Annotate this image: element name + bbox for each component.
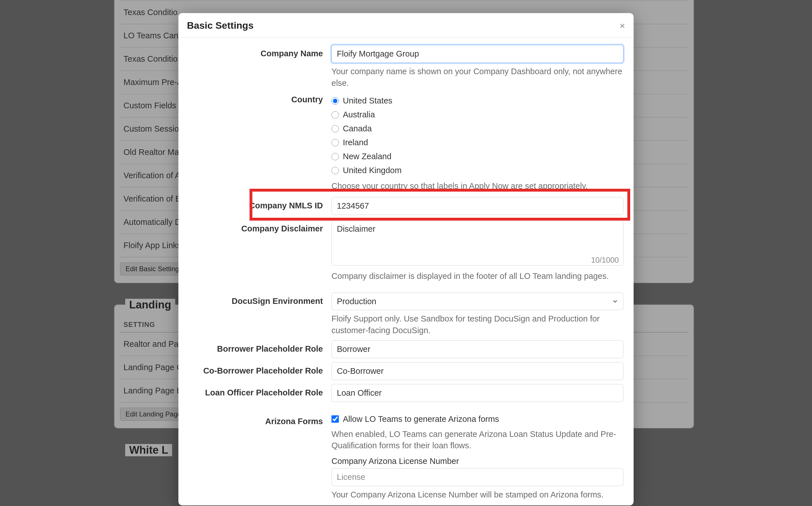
co-borrower-role-label: Co-Borrower Placeholder Role [183, 362, 331, 375]
country-radio-nz[interactable] [331, 153, 339, 160]
country-radio-label: New Zealand [343, 152, 391, 161]
docusign-env-row: DocuSign Environment Production Floify S… [183, 292, 629, 336]
nmls-id-input[interactable] [331, 197, 623, 215]
country-option-au[interactable]: Australia [331, 108, 623, 122]
disclaimer-textarea[interactable]: Disclaimer [331, 220, 623, 265]
country-row: Country United States Australia Canada [183, 91, 629, 192]
arizona-license-label: Company Arizona License Number [331, 456, 623, 466]
arizona-allow-checkbox[interactable] [331, 415, 339, 423]
borrower-role-label: Borrower Placeholder Role [183, 340, 331, 354]
country-radio-uk[interactable] [331, 167, 339, 174]
country-radio-au[interactable] [331, 111, 339, 118]
country-label: Country [183, 91, 331, 104]
loan-officer-role-label: Loan Officer Placeholder Role [183, 384, 331, 398]
country-radio-label: Ireland [343, 138, 368, 147]
docusign-env-label: DocuSign Environment [183, 292, 331, 306]
country-radio-us[interactable] [331, 97, 339, 105]
arizona-license-input[interactable] [331, 468, 623, 486]
company-name-input[interactable] [331, 45, 623, 63]
company-name-label: Company Name [183, 45, 331, 58]
company-name-row: Company Name Your company name is shown … [183, 45, 629, 89]
country-option-ca[interactable]: Canada [331, 122, 623, 136]
country-radio-label: Australia [343, 110, 375, 119]
modal-header: Basic Settings × [178, 13, 634, 37]
nmls-id-label: Company NMLS ID [183, 197, 331, 210]
arizona-help: When enabled, LO Teams can generate Ariz… [331, 428, 623, 451]
country-radio-ie[interactable] [331, 139, 339, 146]
country-option-us[interactable]: United States [331, 94, 623, 108]
arizona-license-help: Your Company Arizona License Number will… [331, 489, 623, 501]
basic-settings-modal: Basic Settings × Company Name Your compa… [178, 13, 634, 505]
country-radio-ca[interactable] [331, 125, 339, 133]
disclaimer-row: Company Disclaimer Disclaimer 10/1000 Co… [183, 220, 629, 282]
arizona-allow-checkbox-item[interactable]: Allow LO Teams to generate Arizona forms [331, 413, 623, 426]
country-option-ie[interactable]: Ireland [331, 136, 623, 150]
company-name-help: Your company name is shown on your Compa… [331, 66, 623, 89]
country-radio-label: Canada [343, 124, 372, 133]
country-radio-list: United States Australia Canada Ireland [331, 91, 623, 177]
country-radio-label: United States [343, 96, 392, 105]
docusign-env-help: Floify Support only. Use Sandbox for tes… [331, 313, 623, 336]
loan-officer-role-row: Loan Officer Placeholder Role [183, 384, 629, 402]
nmls-id-row: Company NMLS ID [183, 197, 629, 215]
disclaimer-char-counter: 10/1000 [591, 256, 619, 265]
country-option-nz[interactable]: New Zealand [331, 150, 623, 163]
disclaimer-label: Company Disclaimer [183, 220, 331, 233]
docusign-env-select[interactable]: Production [331, 292, 623, 310]
country-help: Choose your country so that labels in Ap… [331, 180, 623, 192]
co-borrower-role-row: Co-Borrower Placeholder Role [183, 362, 629, 380]
country-radio-label: United Kingdom [343, 166, 401, 175]
country-option-uk[interactable]: United Kingdom [331, 163, 623, 177]
borrower-role-row: Borrower Placeholder Role [183, 340, 629, 358]
co-borrower-role-input[interactable] [331, 362, 623, 380]
arizona-allow-label: Allow LO Teams to generate Arizona forms [343, 414, 499, 424]
modal-title: Basic Settings [187, 20, 253, 31]
borrower-role-input[interactable] [331, 340, 623, 358]
disclaimer-help: Company disclaimer is displayed in the f… [331, 270, 623, 282]
close-icon[interactable]: × [619, 21, 625, 30]
loan-officer-role-input[interactable] [331, 384, 623, 402]
arizona-forms-label: Arizona Forms [183, 413, 331, 426]
arizona-forms-row: Arizona Forms Allow LO Teams to generate… [183, 413, 629, 501]
modal-body: Company Name Your company name is shown … [178, 37, 634, 505]
